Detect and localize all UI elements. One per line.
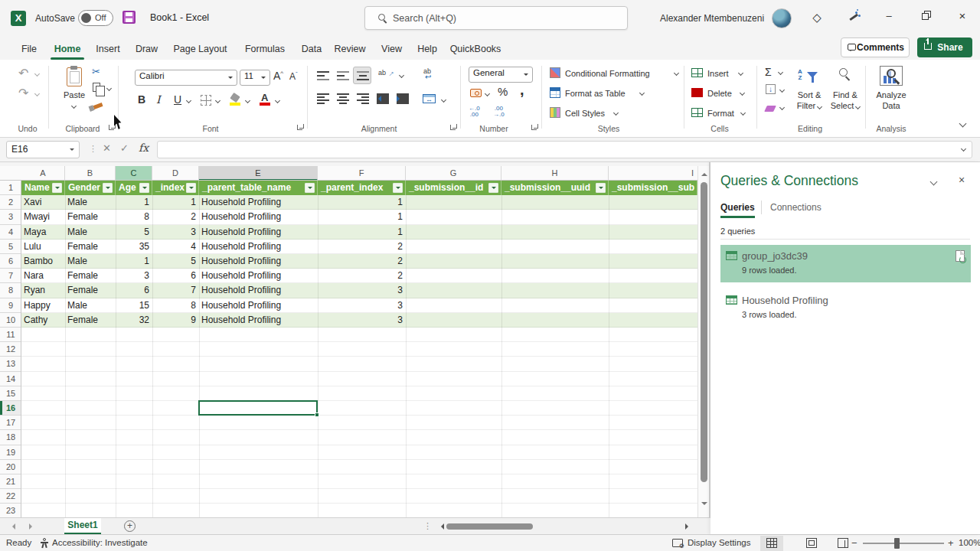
cell-A2[interactable]: Xavi (24, 195, 62, 210)
query-refresh-icon[interactable] (956, 250, 965, 262)
row-header-9[interactable]: 9 (0, 298, 21, 313)
cell-A6[interactable]: Bambo (24, 254, 62, 269)
cell-C10[interactable]: 32 (118, 313, 149, 328)
menu-tab-page-layout[interactable]: Page Layout (168, 40, 233, 58)
row-header-2[interactable]: 2 (0, 195, 21, 210)
row-header-18[interactable]: 18 (0, 430, 21, 445)
row-header-12[interactable]: 12 (0, 342, 21, 357)
cell-B10[interactable]: Female (67, 313, 113, 328)
premium-diamond-icon[interactable]: ◇ (810, 11, 824, 24)
column-header-G[interactable]: G (406, 166, 501, 181)
cell-C5[interactable]: 35 (118, 240, 149, 254)
row-header-21[interactable]: 21 (0, 474, 21, 489)
editing-wand-icon[interactable] (847, 11, 861, 24)
row-header-6[interactable]: 6 (0, 254, 21, 269)
cell-E3[interactable]: Household Profiling (201, 210, 315, 224)
clipboard-dialog-launcher[interactable] (109, 125, 116, 132)
row-header-10[interactable]: 10 (0, 313, 21, 328)
save-icon[interactable] (122, 11, 136, 24)
menu-tab-view[interactable]: View (374, 40, 410, 58)
autosum-button[interactable]: Σ (765, 66, 772, 78)
tab-queries[interactable]: Queries (720, 202, 755, 213)
collapse-ribbon-icon[interactable] (959, 120, 967, 128)
table-header-_parent_index[interactable]: _parent_index (318, 181, 406, 195)
cell-B6[interactable]: Male (67, 254, 113, 269)
table-header-Name[interactable]: Name (21, 181, 65, 195)
orientation-button[interactable]: ab → (378, 68, 395, 82)
cell-D2[interactable]: 1 (155, 195, 196, 210)
column-header-H[interactable]: H (501, 166, 609, 181)
fill-handle[interactable] (315, 412, 319, 417)
row-header-23[interactable]: 23 (0, 504, 21, 517)
analyze-data-button[interactable]: Analyze Data (871, 64, 911, 121)
selection-box-E16[interactable] (198, 400, 318, 416)
tab-connections[interactable]: Connections (770, 202, 822, 213)
cell-E2[interactable]: Household Profiling (201, 195, 315, 210)
fill-down-icon[interactable] (766, 84, 776, 94)
tabstrip-resizer[interactable]: ⋮ (423, 521, 432, 531)
filter-button-_submission__uuid[interactable] (596, 183, 606, 193)
column-header-B[interactable]: B (65, 166, 116, 181)
cells-area[interactable]: NameGenderAge_index_parent_table_name_pa… (21, 181, 697, 517)
prev-sheet-icon[interactable] (9, 523, 15, 530)
cell-D3[interactable]: 2 (155, 210, 196, 224)
cell-F6[interactable]: 2 (320, 254, 403, 269)
grow-font-button[interactable]: A^ (273, 70, 283, 82)
vertical-scrollbar[interactable] (697, 166, 709, 517)
menu-tab-file[interactable]: File (14, 40, 44, 58)
filter-button-_parent_index[interactable] (393, 183, 403, 193)
page-layout-view-button[interactable] (800, 536, 823, 551)
cell-B3[interactable]: Female (67, 210, 113, 224)
table-header-_submission__uuid[interactable]: _submission__uuid (501, 181, 609, 195)
comma-style-button[interactable]: , (520, 81, 524, 99)
number-dialog-launcher[interactable] (531, 125, 538, 132)
filter-button-_parent_table_name[interactable] (305, 183, 315, 193)
cell-B4[interactable]: Male (67, 225, 113, 240)
query-item-Household Profiling[interactable]: Household Profiling3 rows loaded. (720, 289, 971, 327)
row-header-1[interactable]: 1 (0, 181, 21, 195)
table-header-_submission__sub[interactable]: _submission__sub (609, 181, 697, 195)
row-header-7[interactable]: 7 (0, 269, 21, 283)
cell-A3[interactable]: Mwayi (24, 210, 62, 224)
scroll-right-icon[interactable] (685, 523, 691, 530)
display-settings-button[interactable]: Display Settings (688, 538, 750, 547)
top-align-icon[interactable] (317, 70, 329, 80)
row-header-3[interactable]: 3 (0, 210, 21, 224)
align-left-icon[interactable] (317, 93, 329, 104)
column-header-D[interactable]: D (152, 166, 199, 181)
panel-options-icon[interactable] (930, 178, 938, 186)
cell-C9[interactable]: 15 (118, 298, 149, 313)
cell-E6[interactable]: Household Profiling (201, 254, 315, 269)
merge-center-icon[interactable] (423, 94, 436, 103)
zoom-out-button[interactable]: − (851, 537, 858, 549)
column-header-I[interactable]: I (609, 166, 697, 181)
middle-align-icon[interactable] (337, 70, 349, 80)
increase-decimal-button[interactable]: ←.0 .00 (469, 106, 480, 118)
cell-F10[interactable]: 3 (320, 313, 403, 328)
filter-button-Age[interactable] (139, 183, 149, 193)
column-header-E[interactable]: E (199, 166, 318, 181)
column-header-A[interactable]: A (21, 166, 65, 181)
zoom-level[interactable]: 100% (959, 538, 980, 547)
panel-close-icon[interactable]: × (959, 174, 965, 186)
cell-B9[interactable]: Male (67, 298, 113, 313)
share-button[interactable]: Share (917, 37, 972, 57)
accessibility-status[interactable]: Accessibility: Investigate (52, 538, 148, 547)
cell-C6[interactable]: 1 (118, 254, 149, 269)
cell-B8[interactable]: Female (67, 283, 113, 298)
name-box[interactable]: E16 (6, 141, 80, 158)
row-header-8[interactable]: 8 (0, 283, 21, 298)
menu-tab-formulas[interactable]: Formulas (237, 40, 292, 58)
row-header-20[interactable]: 20 (0, 460, 21, 474)
alignment-dialog-launcher[interactable] (450, 125, 457, 132)
font-size-combo[interactable]: 11 (240, 70, 270, 86)
minimize-button[interactable]: – (877, 6, 900, 26)
cell-A7[interactable]: Nara (24, 269, 62, 283)
cell-D7[interactable]: 6 (155, 269, 196, 283)
row-header-22[interactable]: 22 (0, 489, 21, 504)
wrap-text-button[interactable]: ab ↩ (423, 67, 440, 83)
avatar[interactable] (772, 8, 792, 28)
row-header-4[interactable]: 4 (0, 225, 21, 240)
cell-C3[interactable]: 8 (118, 210, 149, 224)
undo-button[interactable]: ↶ (18, 66, 28, 80)
